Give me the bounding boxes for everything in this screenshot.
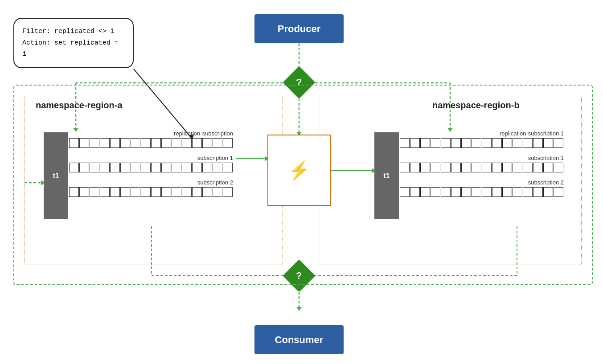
region-a-sub-replication-row (69, 138, 233, 148)
region-a-sub1: subscription 1 (69, 163, 233, 173)
region-b-sub2-label: subscription 2 (528, 179, 564, 186)
svg-marker-23 (296, 307, 302, 311)
region-a-label: namespace-region-a (36, 100, 123, 110)
function-box: ⚡ (267, 135, 331, 206)
region-a-sub2-label: subscription 2 (197, 179, 233, 186)
region-b-sub1-label: subscription 1 (528, 155, 564, 161)
tooltip-line1: Filter: replicated <> 1 (22, 26, 125, 37)
region-a-sub2-row (69, 187, 233, 197)
tooltip-line2: Action: set replicated = 1 (22, 37, 125, 60)
region-b-topic: t1 (374, 132, 399, 219)
region-b-sub-replication: replication-subscription 1 (400, 138, 564, 148)
region-a-topic: t1 (44, 132, 68, 219)
function-icon: ⚡ (288, 160, 310, 181)
producer-box: Producer (254, 14, 344, 43)
region-a-sub1-row (69, 163, 233, 173)
region-b-sub1: subscription 1 (400, 163, 564, 173)
consumer-box: Consumer (254, 325, 344, 354)
region-b-topic-label: t1 (383, 172, 390, 180)
region-a-sub1-label: subscription 1 (197, 155, 233, 161)
producer-label: Producer (278, 23, 321, 35)
region-b-sub1-row (400, 163, 564, 173)
region-b-sub2: subscription 2 (400, 187, 564, 197)
diagram-container: Filter: replicated <> 1 Action: set repl… (0, 0, 603, 364)
region-b-sub-replication-row (400, 138, 564, 148)
region-a-sub2: subscription 2 (69, 187, 233, 197)
region-b-sub2-row (400, 187, 564, 197)
cell (69, 138, 79, 148)
consumer-label: Consumer (275, 334, 324, 346)
region-b-label: namespace-region-b (432, 100, 520, 110)
tooltip-box: Filter: replicated <> 1 Action: set repl… (13, 18, 134, 68)
region-b-sub-replication-label: replication-subscription 1 (500, 130, 564, 137)
region-a-topic-label: t1 (53, 172, 59, 180)
region-a-sub-replication: replication-subscription (69, 138, 233, 148)
region-a-sub-replication-label: replication-subscription (174, 130, 233, 137)
